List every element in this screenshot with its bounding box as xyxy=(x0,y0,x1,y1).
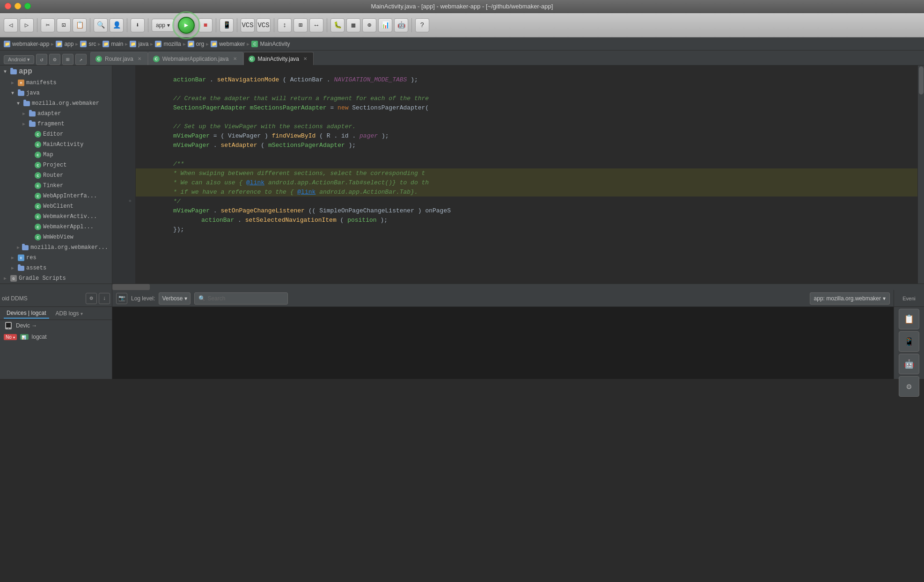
code-jdoc-open: /** xyxy=(145,160,184,167)
events-btn-4[interactable]: ⚙ xyxy=(899,376,919,397)
sidebar-item-webappinterface[interactable]: C WebAppInterfa... xyxy=(0,191,112,201)
vcs1-btn[interactable]: VCS xyxy=(241,18,255,32)
app-filter-select[interactable]: app: mozilla.org.webmaker ▾ xyxy=(810,292,890,305)
bc-mozilla[interactable]: 📁 mozilla xyxy=(155,41,181,47)
bc-webmaker-app[interactable]: 📁 webmaker-app xyxy=(4,41,49,47)
sidebar-item-webmakeractivity[interactable]: C WebmakerActiv... xyxy=(0,211,112,222)
app-selector[interactable]: app ▾ xyxy=(152,19,174,32)
copy-btn[interactable]: ⊡ xyxy=(57,18,71,32)
sidebar-item-adapter[interactable]: ▶ adapter xyxy=(0,109,112,119)
events-btn-1[interactable]: 📋 xyxy=(899,309,919,329)
code-jdoc-open-text: /** xyxy=(173,160,184,167)
bc-main-icon: 📁 xyxy=(103,41,109,47)
sidebar-item-router[interactable]: C Router xyxy=(0,170,112,181)
horizontal-scroll-thumb[interactable] xyxy=(112,284,150,290)
sync-btn[interactable]: ↕ xyxy=(278,18,292,32)
patch-btn[interactable]: ⊞ xyxy=(293,18,308,32)
log-level-select[interactable]: Verbose ▾ xyxy=(159,292,191,305)
find-usages-btn[interactable]: 👤 xyxy=(110,18,124,32)
horizontal-scrollbar[interactable] xyxy=(0,284,924,290)
bc-java-icon: 📁 xyxy=(130,41,136,47)
bc-main[interactable]: 📁 main xyxy=(103,41,123,47)
devices-logcat-tab[interactable]: Devices | logcat xyxy=(4,308,49,319)
device-btn[interactable]: 📱 xyxy=(220,18,234,32)
tab-main[interactable]: C MainActivity.java ✕ xyxy=(243,52,314,65)
forward-btn[interactable]: ▷ xyxy=(20,18,34,32)
sidebar-item-assets[interactable]: ▶ assets xyxy=(0,263,112,273)
code-dot5: . xyxy=(213,142,217,149)
diff-btn[interactable]: ↔ xyxy=(309,18,323,32)
expand-icon[interactable]: ↗ xyxy=(75,54,87,65)
code-mspa: mSectionsPagerAdapter xyxy=(250,104,327,111)
coverage-btn[interactable]: ▦ xyxy=(346,18,360,32)
tab-router[interactable]: C Router.java ✕ xyxy=(90,52,148,65)
sidebar-item-manifests[interactable]: ▶ M manifests xyxy=(0,78,112,88)
logcat-screenshot-btn[interactable]: 📷 xyxy=(116,293,127,304)
paste-btn[interactable]: 📋 xyxy=(73,18,87,32)
code-editor[interactable]: actionBar . setNavigationMode ( ActionBa… xyxy=(136,65,917,284)
android-selector[interactable]: Android ▾ xyxy=(4,55,34,64)
sidebar-item-webclient[interactable]: C WebClient xyxy=(0,201,112,211)
vertical-scrollbar[interactable] xyxy=(917,65,924,284)
cog-icon[interactable]: ⚙ xyxy=(49,54,60,65)
scrollbar-track[interactable] xyxy=(112,284,924,290)
analyze-btn[interactable]: ⊕ xyxy=(362,18,376,32)
sidebar-item-webmakerappl[interactable]: C WebmakerAppl... xyxy=(0,222,112,232)
sidebar-item-mozilla2[interactable]: ▶ mozilla.org.webmaker... xyxy=(0,242,112,253)
code-line-8: mViewPager = ( ViewPager ) findViewById … xyxy=(136,131,917,140)
find-btn[interactable]: 🔍 xyxy=(94,18,108,32)
vcs2-btn[interactable]: VCS xyxy=(257,18,271,32)
code-line-6 xyxy=(136,112,917,122)
bc-java[interactable]: 📁 java xyxy=(130,41,148,47)
logcat-search[interactable]: 🔍 Search xyxy=(194,292,288,305)
sidebar-item-wmwebview[interactable]: C WmWebView xyxy=(0,232,112,242)
split-icon[interactable]: ⊞ xyxy=(62,54,73,65)
tab-webmaker[interactable]: C WebmakerApplication.java ✕ xyxy=(148,52,243,65)
bc-org[interactable]: 📁 org xyxy=(188,41,204,47)
bc-mainactivity[interactable]: C MainActivity xyxy=(251,41,290,47)
sidebar-item-project[interactable]: C Project xyxy=(0,160,112,170)
cut-btn[interactable]: ✂ xyxy=(41,18,55,32)
sidebar-item-tinker[interactable]: C Tinker xyxy=(0,181,112,191)
debug-btn[interactable]: 🐛 xyxy=(330,18,345,32)
run-button[interactable]: ▶ xyxy=(178,17,195,34)
bc-webmaker[interactable]: 📁 webmaker xyxy=(211,41,245,47)
device-entry[interactable]: Devic → xyxy=(0,320,112,331)
help-btn[interactable]: ? xyxy=(415,18,429,32)
sidebar-item-res[interactable]: ▶ R res xyxy=(0,253,112,263)
maximize-button[interactable] xyxy=(24,3,31,9)
no-badge[interactable]: No ▾ xyxy=(4,334,17,340)
adb-logs-tab[interactable]: ADB logs ▾ xyxy=(53,309,86,318)
sidebar-item-mainactivity[interactable]: C MainActivity xyxy=(0,139,112,150)
sidebar-item-mozilla[interactable]: ▼ mozilla.org.webmaker xyxy=(0,98,112,109)
sidebar-item-fragment[interactable]: ▶ fragment xyxy=(0,119,112,129)
stop-btn[interactable]: ■ xyxy=(198,18,213,32)
close-button[interactable] xyxy=(5,3,11,9)
events-btn-3[interactable]: 🤖 xyxy=(899,354,919,374)
scroll-thumb[interactable] xyxy=(919,66,924,95)
sidebar-item-editor[interactable]: C Editor xyxy=(0,129,112,139)
download-btn[interactable]: ↓ xyxy=(99,293,110,304)
tab-router-close[interactable]: ✕ xyxy=(136,56,143,62)
mozilla-label: mozilla.org.webmaker xyxy=(32,100,99,107)
adb-logs-arrow: ▾ xyxy=(81,311,83,316)
code-dot7: . xyxy=(238,217,242,224)
tab-webmaker-close[interactable]: ✕ xyxy=(232,56,238,62)
events-btn-2[interactable]: 📱 xyxy=(899,331,919,352)
sync-icon[interactable]: ↺ xyxy=(36,54,47,65)
android-btn[interactable]: 🤖 xyxy=(394,18,408,32)
tab-main-close[interactable]: ✕ xyxy=(302,56,308,62)
gradle-icon: G xyxy=(10,275,17,282)
bc-app[interactable]: 📁 app xyxy=(56,41,73,47)
back-btn[interactable]: ◁ xyxy=(4,18,18,32)
manifests-chevron: ▶ xyxy=(11,80,16,86)
minimize-button[interactable] xyxy=(15,3,21,9)
profiler-btn[interactable]: 📊 xyxy=(378,18,392,32)
sidebar-item-gradle[interactable]: ▶ G Gradle Scripts xyxy=(0,273,112,284)
sidebar-item-java[interactable]: ▼ java xyxy=(0,88,112,98)
settings-btn[interactable]: ⚙ xyxy=(86,293,97,304)
sidebar-item-map[interactable]: C Map xyxy=(0,150,112,160)
sidebar-root-app[interactable]: ▼ app xyxy=(0,65,112,78)
build-btn[interactable]: ⬇ xyxy=(131,18,145,32)
bc-src[interactable]: 📁 src xyxy=(80,41,96,47)
